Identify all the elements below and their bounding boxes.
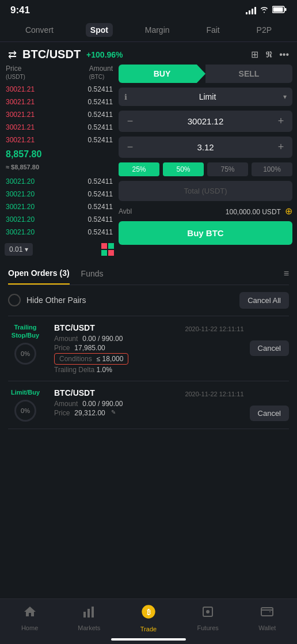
tab-fait[interactable]: Fait (201, 23, 224, 37)
order-type-section: Trailing Stop/Buy 0% (8, 323, 43, 365)
nav-trade-label: Trade (140, 626, 157, 632)
svg-text:₿: ₿ (146, 608, 150, 616)
order-item: Limit/Buy 0% BTC/USDT 2020-11-22 12:11:1… (8, 381, 289, 429)
open-orders-section: Open Orders (3) Funds ≡ Hide Other Pairs… (0, 263, 297, 429)
order-amount-row: Amount 0.00 / 990.00 (54, 400, 244, 408)
price-plus-button[interactable]: + (275, 115, 287, 127)
order-cancel-button[interactable]: Cancel (250, 406, 289, 421)
nav-wallet-label: Wallet (258, 624, 276, 631)
order-progress-circle: 0% (14, 343, 36, 365)
nav-markets[interactable]: Markets (72, 605, 106, 631)
edit-price-icon[interactable]: ✎ (111, 409, 116, 417)
swap-icon[interactable]: ⇄ (8, 48, 17, 61)
tab-spot[interactable]: Spot (86, 23, 113, 37)
tab-p2p[interactable]: P2P (252, 23, 276, 37)
home-icon (23, 605, 37, 622)
decimal-row: 0.01 ▾ (5, 243, 114, 256)
battery-icon (272, 6, 287, 15)
nav-home[interactable]: Home (13, 605, 47, 631)
pair-change: +100.96% (86, 50, 123, 59)
buy-sell-panel: BUY SELL ℹ Limit ▾ − 30021.12 + − 3.12 +… (119, 65, 292, 256)
svg-rect-3 (83, 612, 86, 618)
decimal-select[interactable]: 0.01 ▾ (5, 243, 33, 256)
order-details: BTC/USDT 2020-11-22 12:11:11 Amount 0.00… (54, 388, 244, 418)
amount-plus-button[interactable]: + (275, 141, 287, 153)
order-progress-circle: 0% (14, 400, 36, 422)
sell-order-row: 30021.21 0.52411 (5, 108, 114, 121)
nav-futures-label: Futures (197, 624, 219, 631)
trading-area: Price(USDT) Amount(BTC) 30021.21 0.52411… (0, 65, 297, 260)
tab-convert[interactable]: Convert (21, 23, 58, 37)
more-icon[interactable]: ••• (279, 50, 289, 60)
mid-price: 8,857.80 ≈ $8,857.80 (5, 146, 114, 175)
nav-markets-label: Markets (78, 624, 100, 631)
price-input-row: − 30021.12 + (119, 111, 292, 132)
svg-rect-1 (273, 7, 283, 12)
hide-pairs-row: Hide Other Pairs Cancel All (8, 285, 289, 316)
nav-trade[interactable]: ₿ Trade (131, 604, 166, 632)
svg-point-9 (206, 610, 210, 613)
status-icons (246, 6, 287, 15)
order-type-section: Limit/Buy 0% (8, 388, 43, 422)
buy-order-row: 30021.20 0.52411 (5, 188, 114, 200)
order-type-info-icon: ℹ (124, 93, 127, 101)
tab-open-orders[interactable]: Open Orders (3) (8, 263, 70, 285)
svg-rect-5 (92, 607, 94, 618)
buy-sell-toggle: BUY SELL (119, 65, 292, 83)
buy-order-row: 30021.20 0.52411 (5, 175, 114, 188)
tab-margin[interactable]: Margin (140, 23, 174, 37)
futures-icon (201, 605, 215, 622)
percent-50-button[interactable]: 50% (163, 162, 204, 176)
order-amount-row: Amount 0.00 / 990.00 (54, 335, 244, 343)
tab-funds[interactable]: Funds (81, 263, 104, 284)
order-type-badge: Limit/Buy (11, 388, 40, 396)
percent-100-button[interactable]: 100% (252, 162, 292, 176)
nav-tabs: Convert Spot Margin Fait P2P (0, 18, 297, 42)
amount-minus-button[interactable]: − (124, 141, 136, 153)
order-type-selector[interactable]: ℹ Limit ▾ (119, 88, 292, 106)
percent-75-button[interactable]: 75% (207, 162, 248, 176)
amount-input[interactable]: 3.12 (136, 142, 275, 152)
pair-header: ⇄ BTC/USDT +100.96% ⊞ 𝕹 ••• (0, 42, 297, 65)
chart-toggle-icon[interactable]: ⊞ (251, 49, 258, 60)
hide-pairs-checkbox[interactable] (8, 294, 21, 306)
buy-button[interactable]: BUY (119, 65, 205, 83)
home-indicator (111, 638, 186, 641)
cancel-all-button[interactable]: Cancel All (239, 292, 289, 309)
nav-wallet[interactable]: Wallet (250, 605, 284, 631)
order-book: Price(USDT) Amount(BTC) 30021.21 0.52411… (5, 65, 114, 256)
order-details: BTC/USDT 2020-11-22 12:11:11 Amount 0.00… (54, 323, 244, 374)
sell-order-row: 30021.21 0.52411 (5, 96, 114, 108)
order-price-row: Price 29,312.00 ✎ (54, 409, 244, 417)
percent-25-button[interactable]: 25% (119, 162, 159, 176)
sell-button[interactable]: SELL (205, 65, 292, 83)
add-funds-icon[interactable]: ⊕ (285, 206, 292, 216)
order-item: Trailing Stop/Buy 0% BTC/USDT 2020-11-22… (8, 316, 289, 381)
price-minus-button[interactable]: − (124, 115, 136, 127)
price-input[interactable]: 30021.12 (136, 116, 275, 126)
pair-name[interactable]: BTC/USDT (22, 48, 81, 61)
dropdown-arrow-icon: ▾ (25, 245, 28, 253)
nav-futures[interactable]: Futures (191, 605, 225, 631)
order-trailing-row: Trailing Delta 1.0% (54, 366, 244, 374)
chart-type-icon[interactable] (101, 243, 114, 256)
nav-home-label: Home (21, 624, 38, 631)
avbl-value: 100,000.00 USDT (226, 208, 281, 216)
wallet-icon (260, 605, 274, 622)
order-type-badge: Trailing Stop/Buy (12, 323, 39, 340)
status-time: 9:41 (10, 5, 30, 16)
buy-btc-button[interactable]: Buy BTC (119, 221, 292, 245)
sell-order-row: 30021.21 0.52411 (5, 121, 114, 134)
total-input[interactable]: Total (USDT) (119, 181, 292, 201)
amount-input-row: − 3.12 + (119, 137, 292, 158)
order-pair: BTC/USDT (54, 388, 95, 397)
order-cancel-button[interactable]: Cancel (250, 340, 289, 356)
available-row: Avbl 100,000.00 USDT ⊕ (119, 206, 292, 217)
order-type-label: Limit (132, 92, 283, 101)
markets-icon (82, 605, 96, 622)
trade-icon: ₿ (140, 604, 157, 623)
buy-order-row: 30021.20 0.52411 (5, 213, 114, 226)
candle-icon[interactable]: 𝕹 (265, 50, 272, 60)
orders-list-icon[interactable]: ≡ (284, 268, 289, 279)
amount-header: Amount(BTC) (89, 65, 113, 81)
